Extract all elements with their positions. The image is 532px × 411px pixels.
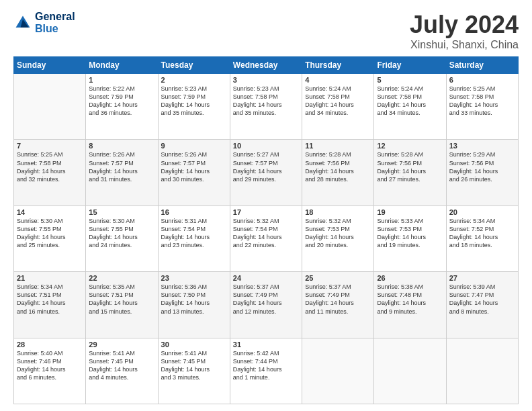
cell-details: Sunrise: 5:28 AMSunset: 7:56 PMDaylight:…: [305, 150, 371, 183]
cell-details: Sunrise: 5:27 AMSunset: 7:57 PMDaylight:…: [233, 150, 299, 183]
day-number: 19: [377, 208, 443, 216]
calendar-week-row-2: 14 Sunrise: 5:30 AMSunset: 7:55 PMDaylig…: [14, 205, 519, 271]
cell-details: Sunrise: 5:24 AMSunset: 7:58 PMDaylight:…: [377, 85, 443, 118]
cell-details: Sunrise: 5:39 AMSunset: 7:47 PMDaylight:…: [449, 283, 515, 316]
day-number: 24: [233, 274, 299, 282]
header-thursday: Thursday: [302, 57, 374, 74]
weekday-header-row: Sunday Monday Tuesday Wednesday Thursday…: [14, 57, 519, 74]
calendar-cell: 10 Sunrise: 5:27 AMSunset: 7:57 PMDaylig…: [230, 140, 302, 205]
calendar-cell: 8 Sunrise: 5:26 AMSunset: 7:57 PMDayligh…: [86, 140, 158, 205]
cell-details: Sunrise: 5:37 AMSunset: 7:49 PMDaylight:…: [305, 283, 371, 316]
day-number: 14: [17, 208, 83, 216]
cell-details: Sunrise: 5:36 AMSunset: 7:50 PMDaylight:…: [161, 283, 227, 316]
day-number: 25: [305, 274, 371, 282]
cell-details: Sunrise: 5:28 AMSunset: 7:56 PMDaylight:…: [377, 150, 443, 183]
cell-details: Sunrise: 5:32 AMSunset: 7:54 PMDaylight:…: [233, 217, 299, 250]
calendar-cell: 23 Sunrise: 5:36 AMSunset: 7:50 PMDaylig…: [158, 272, 230, 338]
calendar-cell: 20 Sunrise: 5:34 AMSunset: 7:52 PMDaylig…: [446, 205, 518, 271]
calendar-cell: 21 Sunrise: 5:34 AMSunset: 7:51 PMDaylig…: [14, 272, 86, 338]
cell-details: Sunrise: 5:38 AMSunset: 7:48 PMDaylight:…: [377, 283, 443, 316]
day-number: 8: [89, 142, 154, 150]
day-number: 30: [161, 340, 227, 349]
day-number: 28: [17, 340, 83, 349]
cell-details: Sunrise: 5:30 AMSunset: 7:55 PMDaylight:…: [89, 217, 154, 250]
header-friday: Friday: [374, 57, 446, 74]
header-wednesday: Wednesday: [230, 57, 302, 74]
calendar-week-row-1: 7 Sunrise: 5:25 AMSunset: 7:58 PMDayligh…: [14, 140, 519, 205]
cell-details: Sunrise: 5:30 AMSunset: 7:55 PMDaylight:…: [17, 217, 83, 250]
calendar-cell: 2 Sunrise: 5:23 AMSunset: 7:59 PMDayligh…: [158, 74, 230, 140]
calendar-cell: 30 Sunrise: 5:41 AMSunset: 7:45 PMDaylig…: [158, 338, 230, 404]
calendar-cell: 16 Sunrise: 5:31 AMSunset: 7:54 PMDaylig…: [158, 205, 230, 271]
calendar-cell: 13 Sunrise: 5:29 AMSunset: 7:56 PMDaylig…: [446, 140, 518, 205]
cell-details: Sunrise: 5:26 AMSunset: 7:57 PMDaylight:…: [89, 150, 154, 183]
cell-details: Sunrise: 5:24 AMSunset: 7:58 PMDaylight:…: [305, 85, 371, 118]
header: General Blue July 2024 Xinshui, Shanxi, …: [13, 11, 519, 51]
day-number: 27: [449, 274, 515, 282]
header-saturday: Saturday: [446, 57, 518, 74]
cell-details: Sunrise: 5:35 AMSunset: 7:51 PMDaylight:…: [89, 283, 154, 316]
day-number: 23: [161, 274, 227, 282]
logo-text: General Blue: [35, 11, 75, 34]
calendar-cell: 31 Sunrise: 5:42 AMSunset: 7:44 PMDaylig…: [230, 338, 302, 404]
calendar-cell: 12 Sunrise: 5:28 AMSunset: 7:56 PMDaylig…: [374, 140, 446, 205]
calendar-cell: 26 Sunrise: 5:38 AMSunset: 7:48 PMDaylig…: [374, 272, 446, 338]
day-number: 13: [449, 142, 515, 150]
calendar-cell: 1 Sunrise: 5:22 AMSunset: 7:59 PMDayligh…: [86, 74, 158, 140]
cell-details: Sunrise: 5:29 AMSunset: 7:56 PMDaylight:…: [449, 150, 515, 183]
cell-details: Sunrise: 5:37 AMSunset: 7:49 PMDaylight:…: [233, 283, 299, 316]
header-sunday: Sunday: [14, 57, 86, 74]
day-number: 4: [305, 76, 371, 84]
day-number: 11: [305, 142, 371, 150]
calendar-cell: 22 Sunrise: 5:35 AMSunset: 7:51 PMDaylig…: [86, 272, 158, 338]
day-number: 1: [89, 76, 154, 84]
calendar-cell: 15 Sunrise: 5:30 AMSunset: 7:55 PMDaylig…: [86, 205, 158, 271]
calendar-cell: 14 Sunrise: 5:30 AMSunset: 7:55 PMDaylig…: [14, 205, 86, 271]
day-number: 6: [449, 76, 515, 84]
day-number: 5: [377, 76, 443, 84]
calendar-cell: 29 Sunrise: 5:41 AMSunset: 7:45 PMDaylig…: [86, 338, 158, 404]
day-number: 31: [233, 340, 299, 349]
day-number: 29: [89, 340, 154, 349]
calendar-week-row-3: 21 Sunrise: 5:34 AMSunset: 7:51 PMDaylig…: [14, 272, 519, 338]
calendar-cell: 18 Sunrise: 5:32 AMSunset: 7:53 PMDaylig…: [302, 205, 374, 271]
cell-details: Sunrise: 5:23 AMSunset: 7:58 PMDaylight:…: [233, 85, 299, 118]
day-number: 12: [377, 142, 443, 150]
cell-details: Sunrise: 5:25 AMSunset: 7:58 PMDaylight:…: [449, 85, 515, 118]
cell-details: Sunrise: 5:22 AMSunset: 7:59 PMDaylight:…: [89, 85, 154, 118]
logo-icon: [13, 13, 32, 32]
calendar-cell: 3 Sunrise: 5:23 AMSunset: 7:58 PMDayligh…: [230, 74, 302, 140]
cell-details: Sunrise: 5:41 AMSunset: 7:45 PMDaylight:…: [161, 349, 227, 382]
cell-details: Sunrise: 5:42 AMSunset: 7:44 PMDaylight:…: [233, 349, 299, 382]
cell-details: Sunrise: 5:34 AMSunset: 7:51 PMDaylight:…: [17, 283, 83, 316]
calendar-week-row-0: 1 Sunrise: 5:22 AMSunset: 7:59 PMDayligh…: [14, 74, 519, 140]
calendar-cell: 9 Sunrise: 5:26 AMSunset: 7:57 PMDayligh…: [158, 140, 230, 205]
page: General Blue July 2024 Xinshui, Shanxi, …: [0, 0, 532, 411]
day-number: 3: [233, 76, 299, 84]
calendar-cell: 17 Sunrise: 5:32 AMSunset: 7:54 PMDaylig…: [230, 205, 302, 271]
calendar-cell: 11 Sunrise: 5:28 AMSunset: 7:56 PMDaylig…: [302, 140, 374, 205]
calendar-cell: 6 Sunrise: 5:25 AMSunset: 7:58 PMDayligh…: [446, 74, 518, 140]
calendar-cell: 19 Sunrise: 5:33 AMSunset: 7:53 PMDaylig…: [374, 205, 446, 271]
day-number: 16: [161, 208, 227, 216]
calendar-cell: 24 Sunrise: 5:37 AMSunset: 7:49 PMDaylig…: [230, 272, 302, 338]
calendar-cell: 28 Sunrise: 5:40 AMSunset: 7:46 PMDaylig…: [14, 338, 86, 404]
main-title: July 2024: [410, 11, 519, 39]
cell-details: Sunrise: 5:26 AMSunset: 7:57 PMDaylight:…: [161, 150, 227, 183]
day-number: 21: [17, 274, 83, 282]
day-number: 17: [233, 208, 299, 216]
day-number: 22: [89, 274, 154, 282]
day-number: 26: [377, 274, 443, 282]
cell-details: Sunrise: 5:23 AMSunset: 7:59 PMDaylight:…: [161, 85, 227, 118]
calendar-cell: [14, 74, 86, 140]
calendar-table: Sunday Monday Tuesday Wednesday Thursday…: [13, 56, 519, 404]
calendar-week-row-4: 28 Sunrise: 5:40 AMSunset: 7:46 PMDaylig…: [14, 338, 519, 404]
cell-details: Sunrise: 5:32 AMSunset: 7:53 PMDaylight:…: [305, 217, 371, 250]
calendar-cell: 7 Sunrise: 5:25 AMSunset: 7:58 PMDayligh…: [14, 140, 86, 205]
cell-details: Sunrise: 5:34 AMSunset: 7:52 PMDaylight:…: [449, 217, 515, 250]
cell-details: Sunrise: 5:40 AMSunset: 7:46 PMDaylight:…: [17, 349, 83, 382]
header-tuesday: Tuesday: [158, 57, 230, 74]
cell-details: Sunrise: 5:33 AMSunset: 7:53 PMDaylight:…: [377, 217, 443, 250]
calendar-cell: 5 Sunrise: 5:24 AMSunset: 7:58 PMDayligh…: [374, 74, 446, 140]
calendar-cell: 25 Sunrise: 5:37 AMSunset: 7:49 PMDaylig…: [302, 272, 374, 338]
